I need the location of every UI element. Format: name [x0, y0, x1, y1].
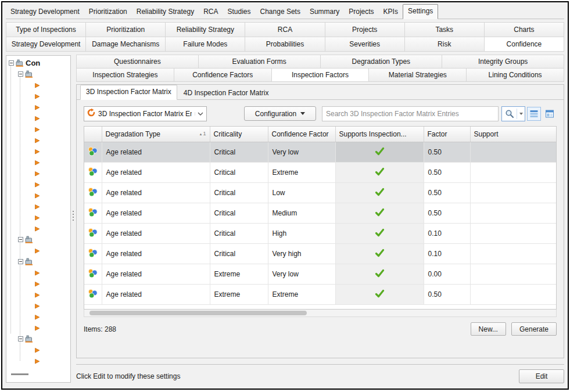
edit-button[interactable]: Edit: [519, 369, 564, 383]
table-row[interactable]: Age relatedCriticalHigh0.10: [84, 223, 557, 243]
tab-evaluation-forms[interactable]: Evaluation Forms: [198, 55, 321, 69]
configuration-dropdown-button[interactable]: Configuration: [244, 106, 316, 121]
tree-item[interactable]: [8, 201, 70, 212]
tab-reliability-strategy[interactable]: Reliability Strategy: [132, 5, 199, 19]
cell-degradation-type: Age related: [102, 264, 210, 284]
cell-factor: 0.10: [424, 223, 470, 243]
tree-item[interactable]: [8, 322, 70, 333]
tab-projects[interactable]: Projects: [325, 22, 405, 37]
tab-confidence-factors[interactable]: Confidence Factors: [174, 68, 272, 82]
cell-factor: 0.00: [424, 264, 470, 284]
tab-strategy-development[interactable]: Strategy Development: [6, 5, 84, 19]
tree-item[interactable]: [8, 113, 70, 124]
tab-rca[interactable]: RCA: [245, 22, 325, 37]
tree-item[interactable]: [8, 355, 70, 366]
tree-item[interactable]: [8, 146, 70, 157]
tab-reliability-strategy[interactable]: Reliability Strategy: [165, 22, 245, 37]
tree-expander-icon[interactable]: [18, 71, 23, 77]
search-input[interactable]: [322, 106, 499, 121]
tree-item[interactable]: [8, 135, 70, 146]
tab-lining-conditions[interactable]: Lining Conditions: [466, 68, 564, 82]
tree-item[interactable]: [8, 91, 70, 102]
tab-studies[interactable]: Studies: [223, 5, 255, 19]
grid-view-button[interactable]: [527, 107, 541, 121]
tab-prioritization[interactable]: Prioritization: [85, 22, 166, 37]
column-header-supports[interactable]: Supports Inspection...: [335, 127, 424, 142]
column-header-degradation-type[interactable]: Degradation Type▲1: [102, 127, 210, 142]
table-row[interactable]: Age relatedCriticalVery low0.50: [84, 142, 557, 162]
tree-item[interactable]: [8, 256, 70, 267]
column-header-confidence-factor[interactable]: Confidence Factor: [268, 127, 335, 142]
tree-expander-icon[interactable]: [18, 237, 23, 242]
entity-type-dropdown[interactable]: 3D Inspection Factor Matrix Entries: [84, 106, 207, 121]
tab-settings[interactable]: Settings: [403, 4, 438, 19]
tree-item[interactable]: [8, 124, 70, 135]
tree-expander-icon[interactable]: [18, 259, 23, 264]
horizontal-scrollbar[interactable]: [84, 310, 557, 317]
new-button[interactable]: New...: [471, 322, 506, 336]
tree-item[interactable]: [8, 179, 70, 190]
tree-item[interactable]: Con: [8, 57, 70, 69]
tab-inspection-strategies[interactable]: Inspection Strategies: [76, 68, 174, 82]
tab-failure-modes[interactable]: Failure Modes: [165, 37, 245, 52]
tab-questionnaires[interactable]: Questionnaires: [76, 55, 199, 69]
tab-type-of-inspections[interactable]: Type of Inspections: [6, 22, 86, 37]
table-row[interactable]: Age relatedExtremeExtreme0.50: [84, 284, 557, 304]
table-row[interactable]: Age relatedCriticalVery high0.10: [84, 243, 557, 264]
tree-item[interactable]: [8, 234, 70, 245]
tab-risk[interactable]: Risk: [404, 37, 485, 52]
horizontal-scrollbar-thumb[interactable]: [89, 311, 307, 315]
tab-kpis[interactable]: KPIs: [379, 5, 403, 19]
tree-item[interactable]: [8, 212, 70, 223]
panel-splitter[interactable]: [71, 55, 76, 387]
table-row[interactable]: Age relatedExtremeVery low0.00: [84, 264, 557, 284]
tree-item[interactable]: [8, 333, 70, 344]
table-row[interactable]: Age relatedCriticalMedium0.50: [84, 203, 557, 223]
tab-severities[interactable]: Severities: [325, 37, 405, 52]
tree-expander-icon[interactable]: [9, 60, 14, 66]
tree-item[interactable]: [8, 80, 70, 91]
card-view-button[interactable]: [543, 107, 557, 121]
tab-prioritization[interactable]: Prioritization: [84, 5, 132, 19]
tab-probabilities[interactable]: Probabilities: [245, 37, 325, 52]
generate-button[interactable]: Generate: [511, 322, 557, 336]
tree-item[interactable]: [8, 69, 70, 80]
tree-item[interactable]: [8, 267, 70, 278]
tab-confidence[interactable]: Confidence: [484, 37, 564, 52]
tab-summary[interactable]: Summary: [305, 5, 344, 19]
tree-item[interactable]: [8, 311, 70, 322]
tree-item[interactable]: [8, 344, 70, 355]
tree-item[interactable]: [8, 102, 70, 113]
tree-item[interactable]: [8, 223, 70, 234]
tree-item[interactable]: [8, 168, 70, 179]
tree-item[interactable]: [8, 278, 70, 289]
tree-item[interactable]: [8, 157, 70, 168]
table-row[interactable]: Age relatedCriticalLow0.50: [84, 182, 557, 203]
tab-change-sets[interactable]: Change Sets: [256, 5, 305, 19]
tab-degradation-types[interactable]: Degradation Types: [320, 55, 443, 69]
table-row[interactable]: Age relatedCriticalExtreme0.50: [84, 162, 557, 182]
tab-material-strategies[interactable]: Material Strategies: [368, 68, 467, 82]
tab-rca[interactable]: RCA: [199, 5, 223, 19]
tree-item[interactable]: [8, 190, 70, 201]
tab-4d-inspection-factor-matrix[interactable]: 4D Inspection Factor Matrix: [178, 87, 274, 99]
search-button[interactable]: [501, 106, 525, 121]
tab-3d-inspection-factor-matrix[interactable]: 3D Inspection Factor Matrix: [80, 85, 177, 100]
column-header-criticality[interactable]: Criticality: [210, 127, 268, 142]
tree-item[interactable]: [8, 300, 70, 311]
tab-inspection-factors[interactable]: Inspection Factors: [271, 68, 370, 82]
column-header-icon[interactable]: [84, 127, 102, 142]
tab-tasks[interactable]: Tasks: [404, 22, 485, 37]
orange-marker-icon: [34, 358, 40, 364]
tab-damage-mechanisms[interactable]: Damage Mechanisms: [85, 37, 166, 52]
tree-item[interactable]: [8, 289, 70, 300]
tab-projects[interactable]: Projects: [344, 5, 378, 19]
tree-resize-grip[interactable]: [11, 373, 28, 375]
tab-integrity-groups[interactable]: Integrity Groups: [442, 55, 564, 69]
tab-charts[interactable]: Charts: [484, 22, 564, 37]
column-header-factor[interactable]: Factor: [424, 127, 470, 142]
tree-expander-icon[interactable]: [18, 336, 23, 341]
tab-strategy-development[interactable]: Strategy Development: [6, 37, 86, 52]
column-header-support-extra[interactable]: Support: [470, 127, 557, 142]
tree-item[interactable]: [8, 245, 70, 256]
